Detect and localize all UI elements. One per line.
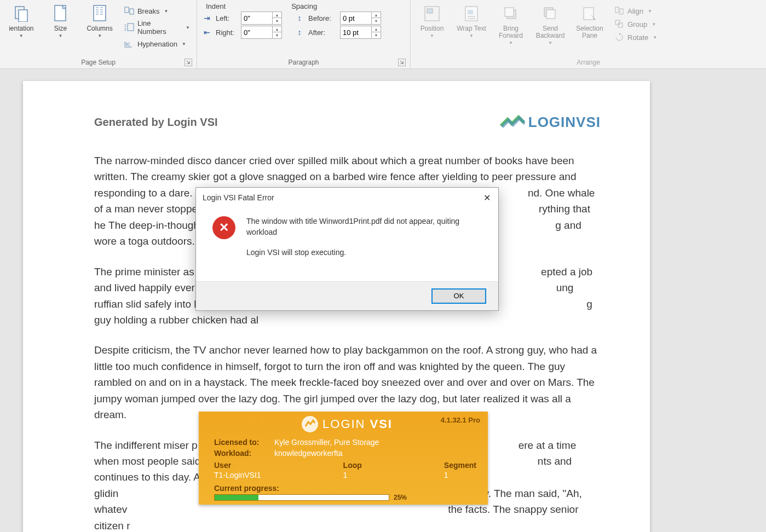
bring-forward-label: Bring Forward	[494, 25, 528, 39]
align-icon	[614, 6, 624, 16]
spin-down-icon[interactable]: ▼	[372, 32, 381, 38]
group-button[interactable]: Group▼	[612, 19, 659, 30]
group-icon	[614, 19, 624, 29]
dropdown-icon: ▼	[652, 22, 656, 27]
group-label-paragraph: Paragraph	[288, 59, 319, 66]
loop-key: Loop	[343, 461, 362, 470]
rotate-label: Rotate	[627, 33, 648, 42]
position-button[interactable]: Position▼	[415, 2, 449, 38]
ribbon: ientation ▼ Size ▼ Columns ▼	[0, 0, 766, 69]
spin-up-icon[interactable]: ▲	[273, 12, 281, 18]
spacing-after-input[interactable]: ▲▼	[340, 26, 381, 39]
rotate-button[interactable]: Rotate▼	[612, 32, 659, 43]
columns-label: Columns	[87, 25, 112, 32]
spacing-after-value[interactable]	[341, 28, 371, 37]
loginvsi-brand-icon	[302, 416, 318, 432]
selection-pane-button[interactable]: Selection Pane	[573, 2, 607, 39]
dropdown-icon: ▼	[469, 33, 474, 38]
hyphenation-button[interactable]: bc Hyphenation▼	[122, 38, 192, 49]
licensed-to-value: Kyle Grossmiller, Pure Storage	[274, 438, 480, 447]
selection-pane-icon	[580, 4, 599, 23]
dropdown-icon: ▼	[164, 9, 168, 14]
loginvsi-logo-icon	[500, 115, 525, 130]
svg-rect-13	[130, 9, 134, 14]
dialog-title: Login VSI Fatal Error	[203, 193, 274, 202]
indent-right-value[interactable]	[241, 28, 272, 37]
wrap-text-label: Wrap Text	[457, 25, 486, 32]
size-label: Size	[54, 25, 67, 32]
close-button[interactable]: ✕	[479, 191, 495, 204]
progress-bar	[214, 494, 389, 501]
spin-up-icon[interactable]: ▲	[372, 26, 381, 32]
line-numbers-icon: 12	[124, 22, 134, 32]
svg-rect-30	[615, 7, 619, 13]
align-button[interactable]: Align▼	[612, 5, 659, 16]
spacing-after-label: After:	[308, 28, 337, 37]
segment-key: Segment	[444, 461, 476, 470]
dialog-launcher-icon[interactable]: ⇲	[398, 59, 406, 66]
bring-forward-button[interactable]: Bring Forward▼	[494, 2, 528, 45]
svg-rect-20	[427, 9, 433, 13]
columns-button[interactable]: Columns ▼	[83, 2, 117, 38]
workload-key: Workload:	[214, 449, 274, 458]
orientation-button[interactable]: ientation ▼	[4, 2, 38, 38]
spin-up-icon[interactable]: ▲	[372, 12, 381, 18]
indent-left-input[interactable]: ▲▼	[241, 11, 282, 25]
position-icon	[423, 4, 441, 23]
spacing-before-input[interactable]: ▲▼	[340, 11, 381, 25]
indent-right-input[interactable]: ▲▼	[241, 26, 282, 39]
close-icon: ✕	[483, 193, 491, 203]
indent-left-icon: ⇥	[201, 14, 212, 22]
svg-rect-32	[615, 20, 620, 25]
line-numbers-button[interactable]: 12 Line Numbers▼	[122, 19, 192, 36]
spin-down-icon[interactable]: ▼	[372, 18, 381, 24]
dropdown-icon: ▼	[97, 33, 102, 38]
svg-rect-26	[505, 8, 514, 16]
rotate-icon	[614, 32, 624, 42]
group-arrange: Position▼ Wrap Text▼ Bring Forward▼ Send…	[411, 0, 766, 68]
spin-up-icon[interactable]: ▲	[273, 26, 281, 32]
indent-left-value[interactable]	[241, 14, 272, 22]
generated-by-text: Generated by Login VSI	[94, 116, 218, 129]
breaks-label: Breaks	[137, 7, 159, 15]
user-key: User	[214, 461, 261, 470]
send-backward-button[interactable]: Send Backward▼	[533, 2, 567, 45]
spin-down-icon[interactable]: ▼	[273, 18, 281, 24]
group-label-arrange: Arrange	[577, 59, 600, 66]
wrap-text-icon	[462, 4, 481, 23]
indent-right-label: Right:	[216, 28, 238, 37]
breaks-button[interactable]: Breaks▼	[122, 5, 192, 16]
dropdown-icon: ▼	[430, 33, 434, 38]
current-progress-label: Current progress:	[214, 484, 480, 493]
dropdown-icon: ▼	[653, 35, 657, 40]
breaks-icon	[124, 6, 134, 16]
dropdown-icon: ▼	[182, 42, 186, 47]
dialog-titlebar[interactable]: Login VSI Fatal Error ✕	[196, 188, 498, 207]
ok-button[interactable]: OK	[431, 288, 486, 304]
spacing-header: Spacing	[291, 2, 317, 10]
svg-rect-3	[94, 5, 106, 21]
size-button[interactable]: Size ▼	[44, 2, 78, 38]
spin-down-icon[interactable]: ▼	[273, 32, 281, 38]
bring-forward-icon	[502, 4, 520, 23]
spacing-before-label: Before:	[308, 14, 337, 22]
dialog-launcher-icon[interactable]: ⇲	[185, 59, 192, 66]
spacing-before-value[interactable]	[341, 14, 371, 22]
svg-rect-33	[618, 23, 623, 27]
user-value: T1-LoginVSI1	[214, 471, 261, 479]
wrap-text-button[interactable]: Wrap Text▼	[454, 2, 488, 38]
indent-right-icon: ⇤	[201, 28, 212, 37]
svg-rect-22	[468, 10, 473, 14]
workload-value: knowledgeworkerfta	[274, 449, 480, 458]
svg-rect-28	[546, 10, 555, 19]
error-icon: ✕	[212, 216, 235, 239]
group-label-btn: Group	[627, 20, 647, 28]
loginvsi-logo-text: LOGINVSI	[528, 114, 601, 131]
loginvsi-status-panel: 4.1.32.1 Pro LOGIN VSI Licensed to: Kyle…	[199, 412, 488, 505]
progress-percent: 25%	[394, 494, 407, 501]
brand-thin: LOGIN	[322, 417, 365, 431]
indent-header: Indent	[206, 2, 226, 10]
send-backward-icon	[541, 4, 560, 23]
svg-rect-1	[19, 10, 27, 22]
error-dialog: Login VSI Fatal Error ✕ ✕ The window wit…	[195, 187, 499, 311]
